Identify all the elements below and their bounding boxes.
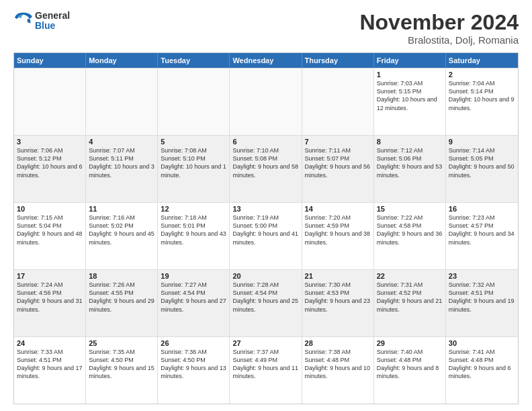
logo-text: General Blue bbox=[35, 11, 70, 32]
cell-detail: Sunrise: 7:06 AM Sunset: 5:12 PM Dayligh… bbox=[17, 146, 83, 179]
day-number: 26 bbox=[161, 339, 226, 347]
day-number: 25 bbox=[89, 339, 154, 347]
cell-detail: Sunrise: 7:14 AM Sunset: 5:05 PM Dayligh… bbox=[449, 146, 515, 179]
cal-row-0: 1Sunrise: 7:03 AM Sunset: 5:15 PM Daylig… bbox=[14, 68, 518, 135]
day-number: 23 bbox=[449, 272, 515, 280]
day-number: 3 bbox=[17, 138, 83, 146]
cell-detail: Sunrise: 7:22 AM Sunset: 4:58 PM Dayligh… bbox=[377, 214, 443, 246]
cal-row-4: 24Sunrise: 7:33 AM Sunset: 4:51 PM Dayli… bbox=[14, 336, 518, 404]
cal-cell: 25Sunrise: 7:35 AM Sunset: 4:50 PM Dayli… bbox=[86, 337, 158, 404]
day-number: 4 bbox=[89, 138, 154, 146]
header: General Blue November 2024 Bralostita, D… bbox=[13, 11, 519, 46]
cal-cell: 16Sunrise: 7:23 AM Sunset: 4:57 PM Dayli… bbox=[446, 203, 518, 269]
day-number: 10 bbox=[17, 205, 83, 213]
page: General Blue November 2024 Bralostita, D… bbox=[0, 0, 532, 411]
day-number: 29 bbox=[377, 339, 443, 347]
cal-cell bbox=[302, 68, 374, 135]
day-number: 15 bbox=[377, 205, 443, 213]
day-number: 21 bbox=[305, 272, 371, 280]
cell-detail: Sunrise: 7:41 AM Sunset: 4:48 PM Dayligh… bbox=[449, 348, 515, 381]
day-number: 13 bbox=[232, 205, 298, 213]
cal-cell: 5Sunrise: 7:08 AM Sunset: 5:10 PM Daylig… bbox=[158, 136, 230, 202]
logo: General Blue bbox=[13, 11, 70, 32]
header-day-wednesday: Wednesday bbox=[230, 53, 302, 68]
cal-cell: 18Sunrise: 7:26 AM Sunset: 4:55 PM Dayli… bbox=[86, 270, 158, 336]
title-block: November 2024 Bralostita, Dolj, Romania bbox=[359, 11, 519, 46]
cal-cell: 6Sunrise: 7:10 AM Sunset: 5:08 PM Daylig… bbox=[230, 136, 302, 202]
cal-cell: 10Sunrise: 7:15 AM Sunset: 5:04 PM Dayli… bbox=[14, 203, 86, 269]
day-number: 19 bbox=[161, 272, 226, 280]
cal-cell: 14Sunrise: 7:20 AM Sunset: 4:59 PM Dayli… bbox=[302, 203, 374, 269]
cal-cell: 22Sunrise: 7:31 AM Sunset: 4:52 PM Dayli… bbox=[374, 270, 446, 336]
cal-cell: 15Sunrise: 7:22 AM Sunset: 4:58 PM Dayli… bbox=[374, 203, 446, 269]
calendar-body: 1Sunrise: 7:03 AM Sunset: 5:15 PM Daylig… bbox=[14, 68, 518, 404]
cal-cell: 9Sunrise: 7:14 AM Sunset: 5:05 PM Daylig… bbox=[446, 136, 518, 202]
day-number: 1 bbox=[377, 71, 443, 79]
cal-cell: 20Sunrise: 7:28 AM Sunset: 4:54 PM Dayli… bbox=[230, 270, 302, 336]
cal-row-2: 10Sunrise: 7:15 AM Sunset: 5:04 PM Dayli… bbox=[14, 202, 518, 269]
logo-icon bbox=[13, 11, 32, 30]
cell-detail: Sunrise: 7:26 AM Sunset: 4:55 PM Dayligh… bbox=[89, 281, 154, 314]
cell-detail: Sunrise: 7:24 AM Sunset: 4:56 PM Dayligh… bbox=[17, 281, 83, 314]
cal-row-3: 17Sunrise: 7:24 AM Sunset: 4:56 PM Dayli… bbox=[14, 269, 518, 336]
cell-detail: Sunrise: 7:37 AM Sunset: 4:49 PM Dayligh… bbox=[232, 348, 298, 381]
cal-cell: 24Sunrise: 7:33 AM Sunset: 4:51 PM Dayli… bbox=[14, 337, 86, 404]
cell-detail: Sunrise: 7:15 AM Sunset: 5:04 PM Dayligh… bbox=[17, 214, 83, 246]
cal-cell: 12Sunrise: 7:18 AM Sunset: 5:01 PM Dayli… bbox=[158, 203, 230, 269]
day-number: 24 bbox=[17, 339, 83, 347]
cell-detail: Sunrise: 7:12 AM Sunset: 5:06 PM Dayligh… bbox=[377, 146, 443, 179]
day-number: 28 bbox=[305, 339, 371, 347]
cell-detail: Sunrise: 7:31 AM Sunset: 4:52 PM Dayligh… bbox=[377, 281, 443, 314]
logo-general: General bbox=[35, 11, 70, 21]
cal-cell: 23Sunrise: 7:32 AM Sunset: 4:51 PM Dayli… bbox=[446, 270, 518, 336]
day-number: 20 bbox=[232, 272, 298, 280]
cal-cell: 17Sunrise: 7:24 AM Sunset: 4:56 PM Dayli… bbox=[14, 270, 86, 336]
header-day-friday: Friday bbox=[374, 53, 446, 68]
day-number: 22 bbox=[377, 272, 443, 280]
header-day-tuesday: Tuesday bbox=[158, 53, 230, 68]
header-day-monday: Monday bbox=[86, 53, 158, 68]
cell-detail: Sunrise: 7:20 AM Sunset: 4:59 PM Dayligh… bbox=[305, 214, 371, 246]
cal-cell: 28Sunrise: 7:38 AM Sunset: 4:48 PM Dayli… bbox=[302, 337, 374, 404]
cal-cell: 4Sunrise: 7:07 AM Sunset: 5:11 PM Daylig… bbox=[86, 136, 158, 202]
cell-detail: Sunrise: 7:04 AM Sunset: 5:14 PM Dayligh… bbox=[449, 79, 515, 112]
cell-detail: Sunrise: 7:03 AM Sunset: 5:15 PM Dayligh… bbox=[377, 79, 443, 112]
cal-cell: 19Sunrise: 7:27 AM Sunset: 4:54 PM Dayli… bbox=[158, 270, 230, 336]
calendar: SundayMondayTuesdayWednesdayThursdayFrid… bbox=[13, 52, 519, 404]
cell-detail: Sunrise: 7:10 AM Sunset: 5:08 PM Dayligh… bbox=[232, 146, 298, 179]
header-day-saturday: Saturday bbox=[446, 53, 518, 68]
day-number: 8 bbox=[377, 138, 443, 146]
day-number: 14 bbox=[305, 205, 371, 213]
day-number: 5 bbox=[161, 138, 226, 146]
cal-cell: 30Sunrise: 7:41 AM Sunset: 4:48 PM Dayli… bbox=[446, 337, 518, 404]
cell-detail: Sunrise: 7:33 AM Sunset: 4:51 PM Dayligh… bbox=[17, 348, 83, 381]
cell-detail: Sunrise: 7:30 AM Sunset: 4:53 PM Dayligh… bbox=[305, 281, 371, 314]
cal-cell: 13Sunrise: 7:19 AM Sunset: 5:00 PM Dayli… bbox=[230, 203, 302, 269]
cal-cell bbox=[86, 68, 158, 135]
cal-row-1: 3Sunrise: 7:06 AM Sunset: 5:12 PM Daylig… bbox=[14, 135, 518, 202]
day-number: 18 bbox=[89, 272, 154, 280]
cal-cell: 27Sunrise: 7:37 AM Sunset: 4:49 PM Dayli… bbox=[230, 337, 302, 404]
cal-cell: 29Sunrise: 7:40 AM Sunset: 4:48 PM Dayli… bbox=[374, 337, 446, 404]
cell-detail: Sunrise: 7:35 AM Sunset: 4:50 PM Dayligh… bbox=[89, 348, 154, 381]
cell-detail: Sunrise: 7:27 AM Sunset: 4:54 PM Dayligh… bbox=[161, 281, 226, 314]
calendar-header: SundayMondayTuesdayWednesdayThursdayFrid… bbox=[14, 53, 518, 68]
day-number: 30 bbox=[449, 339, 515, 347]
day-number: 6 bbox=[232, 138, 298, 146]
cal-cell: 21Sunrise: 7:30 AM Sunset: 4:53 PM Dayli… bbox=[302, 270, 374, 336]
cell-detail: Sunrise: 7:32 AM Sunset: 4:51 PM Dayligh… bbox=[449, 281, 515, 314]
logo-blue: Blue bbox=[35, 21, 70, 31]
cal-cell bbox=[230, 68, 302, 135]
day-number: 9 bbox=[449, 138, 515, 146]
cell-detail: Sunrise: 7:07 AM Sunset: 5:11 PM Dayligh… bbox=[89, 146, 154, 179]
cal-cell: 26Sunrise: 7:36 AM Sunset: 4:50 PM Dayli… bbox=[158, 337, 230, 404]
day-number: 16 bbox=[449, 205, 515, 213]
day-number: 17 bbox=[17, 272, 83, 280]
month-year: November 2024 bbox=[359, 11, 519, 34]
cal-cell: 11Sunrise: 7:16 AM Sunset: 5:02 PM Dayli… bbox=[86, 203, 158, 269]
cell-detail: Sunrise: 7:18 AM Sunset: 5:01 PM Dayligh… bbox=[161, 214, 226, 246]
cell-detail: Sunrise: 7:16 AM Sunset: 5:02 PM Dayligh… bbox=[89, 214, 154, 246]
cal-cell bbox=[14, 68, 86, 135]
cell-detail: Sunrise: 7:11 AM Sunset: 5:07 PM Dayligh… bbox=[305, 146, 371, 179]
day-number: 27 bbox=[232, 339, 298, 347]
